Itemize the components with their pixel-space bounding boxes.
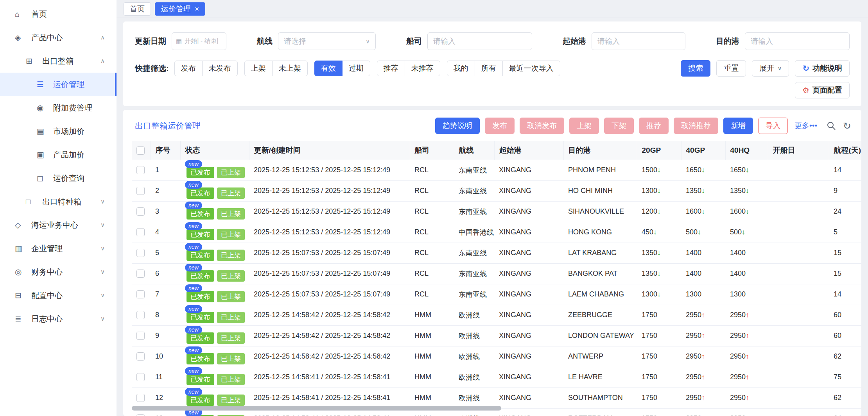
row-checkbox[interactable]	[136, 187, 145, 195]
sidebar-item-log-center[interactable]: ≣日志中心∨	[0, 307, 117, 330]
list-button[interactable]: 上架	[569, 118, 599, 134]
sidebar-item-freight-rate-query[interactable]: ◻运价查询	[0, 166, 117, 190]
tab-home[interactable]: 首页	[124, 2, 151, 16]
reset-button[interactable]: 重置	[716, 60, 746, 77]
row-checkbox[interactable]	[136, 249, 145, 257]
carrier-input[interactable]	[427, 32, 532, 50]
quick-filter-unlisted[interactable]: 未上架	[272, 61, 308, 76]
quick-filter-not-recommended[interactable]: 未推荐	[405, 61, 440, 76]
cell-20gp: 450↓	[637, 222, 681, 243]
cell-40hq: 2950↑	[725, 305, 768, 325]
quick-filter-listed[interactable]: 上架	[244, 61, 273, 76]
cell-dest-port: HO CHI MINH	[563, 180, 637, 201]
delist-button[interactable]: 下架	[604, 118, 634, 134]
row-checkbox[interactable]	[136, 290, 145, 298]
published-badge: 已发布	[187, 250, 214, 261]
quick-filter-last-import[interactable]: 最近一次导入	[502, 61, 560, 76]
listed-badge: 已上架	[217, 229, 245, 240]
add-button[interactable]: 新增	[723, 118, 753, 134]
sidebar-item-home[interactable]: ⌂首页	[0, 2, 117, 26]
row-checkbox[interactable]	[136, 311, 145, 319]
date-range-input[interactable]: ▦ 开始| - 结束|	[172, 32, 226, 50]
row-checkbox[interactable]	[136, 394, 145, 402]
route-select[interactable]: 请选择 ∨	[278, 32, 376, 50]
sidebar-item-label: 出口特种箱	[42, 196, 81, 207]
row-checkbox[interactable]	[136, 332, 145, 340]
expand-label: 展开	[759, 63, 774, 73]
dest-port-input[interactable]	[745, 32, 850, 50]
page-config-button[interactable]: ⚙页面配置	[795, 82, 850, 98]
cancel-publish-button[interactable]: 取消发布	[520, 118, 564, 134]
cell-departure-date	[768, 305, 829, 325]
new-badge: new	[185, 388, 202, 396]
sidebar-item-enterprise-management[interactable]: ▥企业管理∨	[0, 237, 117, 260]
quick-filter-recommended[interactable]: 推荐	[377, 61, 405, 76]
cell-departure-date	[768, 367, 829, 387]
row-checkbox[interactable]	[136, 414, 145, 416]
search-button[interactable]: 搜索	[681, 60, 710, 77]
quick-filter-unpublished[interactable]: 未发布	[202, 61, 238, 76]
row-checkbox[interactable]	[136, 207, 145, 216]
carrier-label: 船司	[406, 36, 422, 46]
import-button[interactable]: 导入	[758, 118, 788, 134]
cell-route: 欧洲线	[454, 387, 494, 408]
trend-up-icon: ↑	[746, 394, 749, 402]
tab-freight-rate-management[interactable]: 运价管理×	[155, 2, 205, 16]
horizontal-scrollbar-thumb[interactable]	[132, 406, 501, 411]
row-checkbox[interactable]	[136, 228, 145, 236]
cell-update-time: 2025-12-25 14:58:42 / 2025-12-25 14:58:4…	[249, 346, 410, 367]
main-area: 首页运价管理× 更新日期 ▦ 开始| - 结束| 航线 请选择 ∨	[117, 0, 868, 416]
refresh-icon[interactable]: ↻	[843, 121, 851, 131]
sidebar-item-product-markup[interactable]: ▣产品加价	[0, 143, 117, 166]
row-checkbox[interactable]	[136, 166, 145, 174]
publish-button[interactable]: 发布	[485, 118, 515, 134]
table-toolbar: 趋势说明发布取消发布上架下架推荐取消推荐新增导入更多•••	[435, 118, 819, 134]
row-checkbox[interactable]	[136, 352, 145, 361]
sidebar-item-config-center[interactable]: ⊟配置中心∨	[0, 284, 117, 307]
quick-filter-published[interactable]: 发布	[174, 61, 203, 76]
sidebar: ⌂首页◈产品中心∧⊞出口整箱∧☰运价管理◉附加费管理▤市场加价▣产品加价◻运价查…	[0, 0, 117, 416]
row-checkbox[interactable]	[136, 270, 145, 278]
gear-icon: ⚙	[802, 86, 809, 95]
sidebar-item-freight-rate-management[interactable]: ☰运价管理	[0, 73, 117, 96]
cell-voyage-days: 14	[829, 160, 861, 180]
quick-filter-mine[interactable]: 我的	[447, 61, 475, 76]
tab-label: 首页	[130, 4, 145, 14]
cell-select	[132, 387, 151, 408]
cell-route: 东南亚线	[454, 201, 494, 222]
trend-up-icon: ↑	[701, 414, 705, 416]
quick-filter-expired[interactable]: 过期	[342, 61, 370, 76]
date-range-placeholder: 开始| - 结束|	[185, 37, 219, 45]
sidebar-item-product-center[interactable]: ◈产品中心∧	[0, 26, 117, 49]
col-index: 序号	[151, 141, 180, 160]
trend-down-icon: ↓	[701, 166, 705, 174]
sidebar-item-export-fcl[interactable]: ⊞出口整箱∧	[0, 49, 117, 73]
sidebar-item-market-markup[interactable]: ▤市场加价	[0, 120, 117, 143]
origin-port-input[interactable]	[592, 32, 685, 50]
tab-bar: 首页运价管理×	[117, 0, 868, 18]
cell-update-time: 2025-12-25 14:58:42 / 2025-12-25 14:58:4…	[249, 325, 410, 346]
recommend-button[interactable]: 推荐	[639, 118, 669, 134]
close-icon[interactable]: ×	[195, 5, 199, 13]
new-badge: new	[185, 222, 202, 230]
quick-filter-group: 发布未发布	[174, 61, 238, 76]
cell-20gp: 1750	[637, 408, 681, 416]
feature-help-button[interactable]: ↻功能说明	[795, 60, 850, 77]
cell-departure-date	[768, 263, 829, 284]
select-all-checkbox[interactable]	[136, 146, 145, 155]
sidebar-item-export-special-container[interactable]: □出口特种箱∨	[0, 190, 117, 213]
table-header-row: 序号状态更新/创建时间船司航线起始港目的港20GP40GP40HQ开船日航程(天…	[132, 141, 861, 160]
sidebar-item-sea-business-center[interactable]: ◇海运业务中心∨	[0, 213, 117, 237]
expand-button[interactable]: 展开∨	[752, 60, 789, 77]
cancel-recommend-button[interactable]: 取消推荐	[674, 118, 718, 134]
quick-filter-all[interactable]: 所有	[475, 61, 503, 76]
quick-filter-valid[interactable]: 有效	[314, 61, 343, 76]
more-button[interactable]: 更多•••	[793, 118, 819, 134]
trend-help-button[interactable]: 趋势说明	[435, 118, 480, 134]
sidebar-item-label: 企业管理	[31, 243, 63, 254]
sidebar-item-finance-center[interactable]: ◎财务中心∨	[0, 260, 117, 284]
row-checkbox[interactable]	[136, 373, 145, 381]
new-badge: new	[185, 367, 202, 375]
sidebar-item-surcharge-management[interactable]: ◉附加费管理	[0, 96, 117, 120]
search-icon[interactable]	[827, 121, 836, 130]
